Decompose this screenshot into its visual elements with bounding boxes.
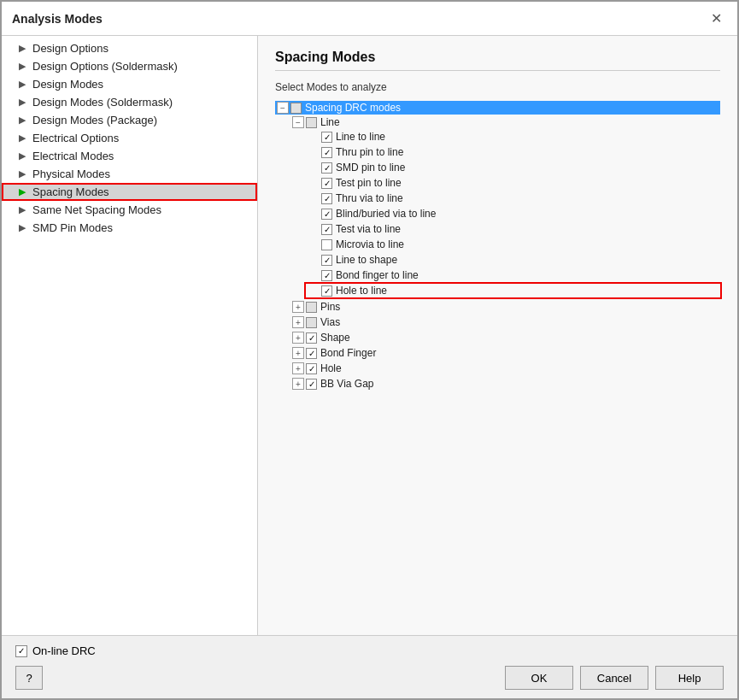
right-panel-title: Spacing Modes: [275, 50, 720, 71]
arrow-icon: ▶: [19, 61, 29, 72]
tree-label: Bond finger to line: [336, 269, 419, 281]
tree-row[interactable]: +Pins: [290, 300, 720, 314]
tree-checkbox[interactable]: [306, 348, 317, 359]
tree-row[interactable]: Line to line: [306, 130, 720, 144]
sidebar-item-smd-pin-modes[interactable]: ▶SMD Pin Modes: [2, 219, 257, 237]
tree-checkbox[interactable]: [321, 178, 332, 189]
tree-checkbox[interactable]: [321, 255, 332, 266]
sidebar-item-electrical-modes[interactable]: ▶Electrical Modes: [2, 147, 257, 165]
title-bar: Analysis Modes ✕: [2, 2, 737, 36]
tree-row[interactable]: Test pin to line: [306, 176, 720, 190]
arrow-icon: ▶: [19, 204, 29, 215]
tree-row[interactable]: Blind/buried via to line: [306, 207, 720, 221]
arrow-icon: ▶: [19, 222, 29, 233]
sidebar-item-spacing-modes[interactable]: ▶Spacing Modes: [2, 183, 257, 201]
arrow-icon: ▶: [19, 168, 29, 179]
tree-checkbox[interactable]: [290, 103, 302, 114]
tree-row[interactable]: Line to shape: [306, 253, 720, 267]
tree-expander[interactable]: +: [292, 378, 304, 390]
sidebar-item-label: Design Modes: [32, 78, 103, 91]
sidebar-item-label: Design Options (Soldermask): [32, 60, 178, 73]
tree-checkbox[interactable]: [306, 379, 317, 390]
sidebar-item-physical-modes[interactable]: ▶Physical Modes: [2, 165, 257, 183]
ok-button[interactable]: OK: [505, 666, 573, 690]
sidebar-item-design-options-soldermask[interactable]: ▶Design Options (Soldermask): [2, 57, 257, 75]
sidebar-item-design-modes-soldermask[interactable]: ▶Design Modes (Soldermask): [2, 93, 257, 111]
tree-row[interactable]: −Line: [290, 115, 720, 129]
tree-label: Thru via to line: [336, 192, 403, 204]
sidebar-item-label: Electrical Modes: [32, 150, 114, 162]
tree-checkbox[interactable]: [321, 239, 332, 250]
tree-checkbox[interactable]: [321, 285, 332, 297]
tree-row[interactable]: +Vias: [290, 315, 720, 329]
tree-checkbox[interactable]: [321, 147, 332, 158]
tree-checkbox[interactable]: [321, 132, 332, 143]
right-panel: Spacing Modes Select Modes to analyze −S…: [258, 36, 737, 635]
tree-expander[interactable]: +: [292, 316, 304, 328]
sidebar-item-label: Spacing Modes: [32, 185, 109, 198]
tree-expander[interactable]: +: [292, 301, 304, 313]
tree-row[interactable]: Test via to line: [306, 222, 720, 236]
tree-row[interactable]: +Bond Finger: [290, 346, 720, 360]
arrow-icon: ▶: [19, 79, 29, 90]
cancel-button[interactable]: Cancel: [580, 666, 648, 690]
tree-checkbox[interactable]: [306, 317, 317, 328]
arrow-icon: ▶: [19, 186, 29, 197]
help-small-button[interactable]: ?: [15, 666, 43, 690]
tree-expander[interactable]: −: [277, 102, 289, 114]
sidebar-item-label: Physical Modes: [32, 168, 110, 180]
tree-row[interactable]: −Spacing DRC modes: [275, 101, 720, 115]
arrow-icon: ▶: [19, 97, 29, 108]
arrow-icon: ▶: [19, 150, 29, 162]
sidebar-item-electrical-options[interactable]: ▶Electrical Options: [2, 129, 257, 147]
tree-label: Shape: [320, 332, 350, 344]
sidebar-item-design-modes-package[interactable]: ▶Design Modes (Package): [2, 111, 257, 129]
tree-checkbox[interactable]: [321, 224, 332, 235]
tree-expander[interactable]: +: [292, 362, 304, 374]
online-drc-checkbox[interactable]: [15, 645, 27, 657]
tree-label: BB Via Gap: [320, 378, 373, 390]
tree-checkbox[interactable]: [321, 270, 332, 281]
sidebar-item-design-modes[interactable]: ▶Design Modes: [2, 75, 257, 93]
close-button[interactable]: ✕: [706, 9, 727, 28]
tree-row[interactable]: Thru pin to line: [306, 145, 720, 159]
arrow-icon: ▶: [19, 43, 29, 54]
tree-row[interactable]: Bond finger to line: [306, 268, 720, 282]
tree-row[interactable]: +Hole: [290, 362, 720, 375]
tree-checkbox[interactable]: [306, 117, 317, 128]
tree-row[interactable]: Thru via to line: [306, 191, 720, 205]
button-row: ? OK Cancel Help: [15, 666, 724, 690]
dialog-body: ▶Design Options▶Design Options (Solderma…: [2, 36, 737, 635]
tree-row[interactable]: Microvia to line: [306, 238, 720, 251]
tree-label: Hole to line: [336, 285, 387, 297]
tree-row[interactable]: +BB Via Gap: [290, 377, 720, 391]
help-button[interactable]: Help: [655, 666, 724, 690]
online-drc-label: On-line DRC: [32, 644, 96, 657]
tree-label: Microvia to line: [336, 238, 404, 250]
tree-row[interactable]: Hole to line: [306, 284, 720, 297]
tree-label: Test pin to line: [336, 177, 402, 189]
tree-checkbox[interactable]: [306, 332, 317, 344]
tree-label: Bond Finger: [320, 347, 376, 359]
sidebar-item-design-options[interactable]: ▶Design Options: [2, 39, 257, 57]
tree-checkbox[interactable]: [321, 209, 332, 220]
tree-expander[interactable]: −: [292, 116, 304, 128]
tree-label: Thru pin to line: [336, 146, 403, 158]
online-drc-row: On-line DRC: [15, 644, 724, 657]
sidebar-item-label: Design Modes (Soldermask): [32, 96, 173, 109]
tree-checkbox[interactable]: [321, 193, 332, 204]
sidebar-item-same-net-spacing-modes[interactable]: ▶Same Net Spacing Modes: [2, 201, 257, 219]
tree-checkbox[interactable]: [306, 363, 317, 374]
tree-expander[interactable]: +: [292, 347, 304, 359]
bottom-area: On-line DRC ? OK Cancel Help: [2, 635, 737, 698]
tree-container: −Spacing DRC modes−LineLine to lineThru …: [275, 100, 720, 392]
tree-label: Line: [320, 116, 340, 128]
tree-expander[interactable]: +: [292, 332, 304, 344]
tree-row[interactable]: SMD pin to line: [306, 161, 720, 174]
sidebar-item-label: Electrical Options: [32, 132, 119, 144]
analysis-modes-dialog: Analysis Modes ✕ ▶Design Options▶Design …: [0, 0, 739, 700]
tree-checkbox[interactable]: [306, 302, 317, 313]
tree-checkbox[interactable]: [321, 162, 332, 174]
tree-row[interactable]: +Shape: [290, 331, 720, 344]
tree-label: Blind/buried via to line: [336, 208, 436, 220]
